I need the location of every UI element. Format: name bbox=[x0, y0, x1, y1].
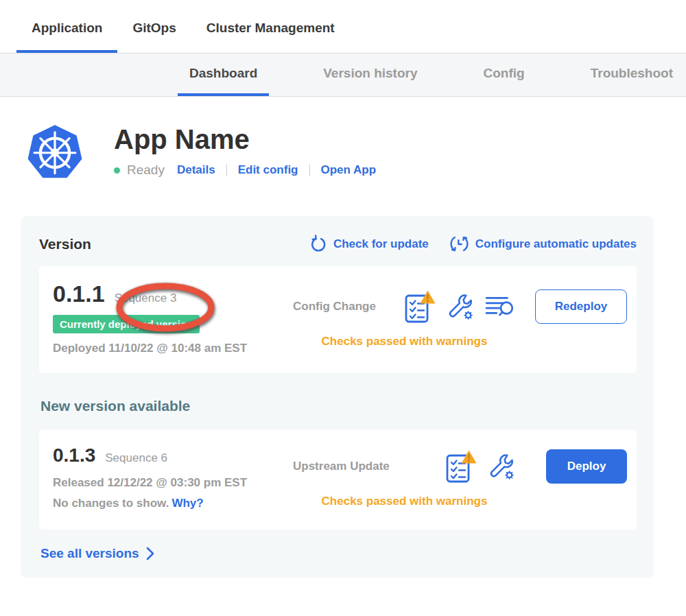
available-version-card: 0.1.3 Sequence 6 Released 12/12/22 @ 03:… bbox=[39, 429, 637, 530]
tab-version-history[interactable]: Version history bbox=[311, 54, 429, 96]
version-section-title: Version bbox=[39, 236, 91, 252]
why-link[interactable]: Why? bbox=[172, 497, 203, 510]
divider bbox=[309, 164, 310, 176]
tab-application[interactable]: Application bbox=[16, 10, 117, 53]
configure-automatic-updates-button[interactable]: Configure automatic updates bbox=[449, 234, 637, 254]
chevron-right-icon bbox=[146, 547, 154, 560]
config-wrench-icon[interactable] bbox=[487, 452, 516, 481]
released-timestamp: Released 12/12/22 @ 03:30 pm EST bbox=[53, 476, 293, 490]
preflight-checks-icon[interactable] bbox=[403, 289, 436, 324]
check-for-update-button[interactable]: Check for update bbox=[309, 235, 429, 253]
tab-troubleshoot[interactable]: Troubleshoot bbox=[579, 54, 685, 96]
open-app-link[interactable]: Open App bbox=[321, 163, 377, 177]
app-subnav: Dashboard Version history Config Trouble… bbox=[0, 53, 686, 97]
no-changes-text: No changes to show. bbox=[53, 497, 169, 510]
checks-status-text: Checks passed with warnings bbox=[293, 495, 516, 508]
preflight-checks-icon[interactable] bbox=[445, 449, 477, 484]
config-wrench-icon[interactable] bbox=[446, 292, 475, 321]
available-version-number: 0.1.3 bbox=[53, 445, 95, 466]
currently-deployed-badge: Currently deployed version bbox=[53, 315, 200, 333]
details-link[interactable]: Details bbox=[177, 163, 215, 177]
tab-config[interactable]: Config bbox=[472, 54, 536, 96]
view-diff-icon[interactable] bbox=[484, 294, 516, 320]
app-status-row: Ready Details Edit config Open App bbox=[114, 163, 376, 178]
page-title: App Name bbox=[114, 123, 376, 156]
divider bbox=[226, 164, 227, 176]
app-header: App Name Ready Details Edit config Open … bbox=[0, 97, 686, 182]
kubernetes-logo bbox=[25, 121, 85, 182]
version-panel: Version Check for update Configure autom… bbox=[21, 216, 654, 578]
current-sequence-label: Sequence 3 bbox=[115, 292, 177, 305]
see-all-versions-link[interactable]: See all versions bbox=[40, 546, 154, 561]
auto-update-clock-icon bbox=[449, 234, 469, 254]
redeploy-button[interactable]: Redeploy bbox=[535, 289, 627, 324]
tab-cluster-management[interactable]: Cluster Management bbox=[191, 10, 350, 53]
primary-nav: Application GitOps Cluster Management bbox=[0, 0, 686, 53]
new-version-heading: New version available bbox=[40, 398, 637, 414]
available-sequence-label: Sequence 6 bbox=[105, 451, 167, 465]
refresh-icon bbox=[309, 235, 327, 253]
current-version-card: 0.1.1 Sequence 3 Currently deployed vers… bbox=[39, 266, 637, 373]
deployed-timestamp: Deployed 11/10/22 @ 10:48 am EST bbox=[53, 342, 293, 355]
tab-gitops[interactable]: GitOps bbox=[117, 10, 191, 53]
tab-dashboard[interactable]: Dashboard bbox=[178, 54, 269, 96]
status-dot bbox=[114, 167, 120, 174]
checks-status-text: Checks passed with warnings bbox=[293, 335, 516, 348]
version-source-label: Config Change bbox=[293, 300, 395, 313]
version-source-label: Upstream Update bbox=[293, 460, 436, 473]
status-badge: Ready bbox=[127, 163, 165, 178]
current-version-number: 0.1.1 bbox=[53, 281, 105, 307]
edit-config-link[interactable]: Edit config bbox=[238, 163, 298, 177]
deploy-button[interactable]: Deploy bbox=[546, 449, 627, 484]
